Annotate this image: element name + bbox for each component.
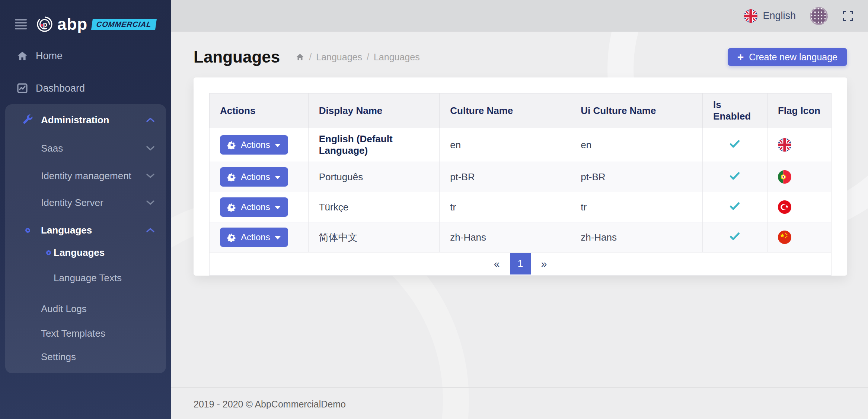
page-header: Languages / Languages / Languages + Crea… [194,46,847,68]
sidebar-item-text-templates[interactable]: Text Templates [5,323,166,344]
breadcrumb-item[interactable]: Languages [316,52,362,63]
caret-down-icon [275,144,281,147]
breadcrumb-item[interactable]: Languages [374,52,420,63]
actions-cell: Actions [210,192,309,222]
fullscreen-icon[interactable] [842,10,854,22]
tr-flag-icon [778,200,791,214]
column-header-culture-name: Culture Name [440,93,570,128]
actions-dropdown-button[interactable]: Actions [220,167,288,187]
home-icon [296,53,304,61]
column-header-is-enabled: Is Enabled [703,93,768,128]
brand-logo[interactable]: p abp COMMERCIAL [36,16,156,32]
display-name-cell: English (Default Language) [308,128,440,162]
main-content: Languages / Languages / Languages + Crea… [171,32,868,419]
sidebar-item-label: Administration [41,114,109,126]
pagination-page-1[interactable]: 1 [510,253,531,274]
sidebar-item-languages[interactable]: Languages [5,220,166,241]
sidebar-item-saas[interactable]: Saas [5,138,166,159]
create-button-label: Create new language [749,52,837,63]
gear-icon [227,233,236,242]
sidebar-item-home[interactable]: Home [0,45,171,66]
gb-flag-icon [744,9,757,23]
is-enabled-cell [703,162,768,192]
chevron-down-icon [146,200,155,205]
sidebar-item-label: Audit Logs [41,303,87,315]
chevron-down-icon [146,173,155,178]
table-row: ActionsTürkçetrtr [210,192,832,222]
gear-icon [227,172,236,181]
sidebar-item-settings[interactable]: Settings [5,346,166,367]
sidebar-item-label: Languages [41,225,92,236]
sidebar-item-label: Home [36,50,63,62]
ui-culture-name-cell: tr [570,192,703,222]
avatar[interactable] [810,7,828,25]
enabled-check-icon [729,200,741,212]
sidebar-item-label: Dashboard [36,83,85,94]
culture-name-cell: pt-BR [440,162,570,192]
sidebar-item-identity-server[interactable]: Identity Server [5,192,166,213]
culture-name-cell: zh-Hans [440,222,570,253]
enabled-check-icon [729,138,741,150]
breadcrumb-separator: / [309,52,312,63]
enabled-check-icon [729,170,741,182]
culture-name-cell: tr [440,192,570,222]
sidebar-item-label: Identity management [41,170,131,182]
brand-badge: COMMERCIAL [91,19,157,30]
sidebar-item-identity-management[interactable]: Identity management [5,165,166,186]
sidebar-item-language-texts[interactable]: Language Texts [5,267,166,288]
bullet-icon [46,250,51,255]
sidebar-item-label: Identity Server [41,197,103,209]
sidebar-item-dashboard[interactable]: Dashboard [0,78,171,99]
sidebar-item-label: Text Templates [41,328,105,339]
actions-dropdown-button[interactable]: Actions [220,197,288,217]
caret-down-icon [275,236,281,239]
breadcrumb-separator: / [367,52,369,63]
culture-name-cell: en [440,128,570,162]
actions-button-label: Actions [241,140,270,150]
chevron-up-icon [146,117,155,123]
brand-name: abp [57,16,87,32]
column-header-actions: Actions [210,93,309,128]
table-row: ActionsPortuguêspt-BRpt-BR [210,162,832,192]
actions-button-label: Actions [241,232,270,242]
pagination-prev-button[interactable]: « [484,258,510,270]
actions-dropdown-button[interactable]: Actions [220,228,288,247]
sidebar-item-administration[interactable]: Administration [5,109,166,130]
caret-down-icon [275,176,281,179]
create-new-language-button[interactable]: + Create new language [728,48,847,66]
flag-icon-cell [767,162,831,192]
menu-toggle-icon[interactable] [15,18,27,31]
gear-icon [227,140,236,149]
bullet-icon [25,228,30,233]
column-header-ui-culture-name: Ui Culture Name [570,93,703,128]
flag-icon-cell [767,192,831,222]
display-name-cell: 简体中文 [308,222,440,253]
sidebar-item-languages[interactable]: Languages [5,242,166,263]
dashboard-icon [16,82,28,94]
chevron-down-icon [146,146,155,151]
is-enabled-cell [703,192,768,222]
pagination-next-button[interactable]: » [531,258,557,270]
languages-table: ActionsDisplay NameCulture NameUi Cultur… [209,93,832,253]
table-header-row: ActionsDisplay NameCulture NameUi Cultur… [210,93,832,128]
table-row: Actions简体中文zh-Hanszh-Hans [210,222,832,253]
language-selector[interactable]: English [744,9,796,23]
ui-culture-name-cell: pt-BR [570,162,703,192]
actions-dropdown-button[interactable]: Actions [220,135,288,155]
column-header-display-name: Display Name [308,93,440,128]
sidebar-item-label: Settings [41,351,76,363]
footer: 2019 - 2020 © AbpCommercialDemo [171,387,868,419]
gear-icon [227,203,236,212]
breadcrumb: / Languages / Languages [296,52,419,63]
abp-logo-icon: p [36,16,53,32]
enabled-check-icon [729,230,741,242]
display-name-cell: Türkçe [308,192,440,222]
sidebar-header: p abp COMMERCIAL [0,0,171,37]
display-name-cell: Português [308,162,440,192]
sidebar-item-label: Language Texts [54,272,122,284]
wrench-icon [22,114,33,126]
sidebar-item-audit-logs[interactable]: Audit Logs [5,298,166,319]
language-label: English [763,10,796,22]
sidebar: p abp COMMERCIAL HomeDashboard Administr… [0,0,171,419]
pagination: « 1 » [209,253,832,276]
